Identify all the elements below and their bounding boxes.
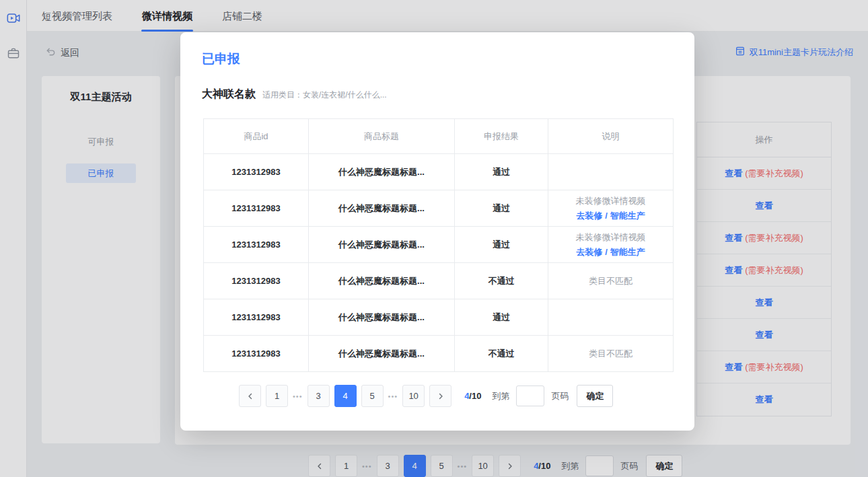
product-series-name: 大神联名款 xyxy=(202,87,256,102)
table-row: 1231312983 什么神恶魔标题标题... 通过 xyxy=(204,299,674,336)
confirm-button[interactable]: 确定 xyxy=(577,385,613,407)
declaration-table: 商品id 商品标题 申报结果 说明 1231312983 什么神恶魔标题标题..… xyxy=(203,118,674,372)
table-row: 1231312983 什么神恶魔标题标题... 通过 xyxy=(204,154,674,190)
table-row: 1231312983 什么神恶魔标题标题... 不通过 类目不匹配 xyxy=(204,336,674,372)
go-decorate-link[interactable]: 去装修 xyxy=(576,211,602,221)
modal-pagination: 1 ••• 3 4 5 ••• 10 4/10 到第 页码 确定 xyxy=(239,385,613,407)
note-cell xyxy=(548,299,674,336)
product-id: 1231312983 xyxy=(204,190,309,227)
page-button-4-active[interactable]: 4 xyxy=(334,385,357,407)
column-header-product-id: 商品id xyxy=(204,119,309,154)
note-text: 类目不匹配 xyxy=(548,275,673,287)
link-separator: / xyxy=(605,247,608,257)
note-cell: 未装修微详情视频 去装修/智能生产 xyxy=(548,190,674,227)
app-window: 短视频管理列表 微详情视频 店铺二楼 返回 双11mini主题卡片玩法介绍 双1… xyxy=(0,0,868,477)
page-button-10[interactable]: 10 xyxy=(402,385,425,407)
result-badge: 通过 xyxy=(455,154,548,190)
page-number-input[interactable] xyxy=(516,386,544,406)
column-header-product-title: 商品标题 xyxy=(309,119,455,154)
product-title: 什么神恶魔标题标题... xyxy=(309,227,455,263)
page-position: 4/10 xyxy=(464,391,481,401)
note-text: 未装修微详情视频 xyxy=(548,231,673,244)
product-title: 什么神恶魔标题标题... xyxy=(309,190,455,227)
table-row: 1231312983 什么神恶魔标题标题... 通过 未装修微详情视频 去装修/… xyxy=(204,190,674,227)
next-page-button[interactable] xyxy=(429,385,451,407)
note-links: 去装修/智能生产 xyxy=(548,246,673,258)
page-button-1[interactable]: 1 xyxy=(266,385,288,407)
pagination-ellipsis: ••• xyxy=(388,392,398,400)
result-badge: 不通过 xyxy=(455,336,548,372)
smart-produce-link[interactable]: 智能生产 xyxy=(610,247,645,257)
result-badge: 通过 xyxy=(455,299,548,336)
jump-to-label: 到第 xyxy=(492,390,509,402)
page-button-3[interactable]: 3 xyxy=(308,385,330,407)
note-cell xyxy=(548,154,674,190)
note-cell: 未装修微详情视频 去装修/智能生产 xyxy=(548,227,674,263)
product-title: 什么神恶魔标题标题... xyxy=(309,336,455,372)
product-title: 什么神恶魔标题标题... xyxy=(309,263,455,299)
page-unit-label: 页码 xyxy=(551,390,569,402)
pagination-ellipsis: ••• xyxy=(293,392,303,400)
product-id: 1231312983 xyxy=(204,154,309,190)
note-cell: 类目不匹配 xyxy=(548,263,674,299)
note-text: 未装修微详情视频 xyxy=(548,195,673,207)
smart-produce-link[interactable]: 智能生产 xyxy=(610,211,645,221)
modal-title: 已申报 xyxy=(202,50,240,68)
product-id: 1231312983 xyxy=(204,299,309,336)
note-links: 去装修/智能生产 xyxy=(548,210,673,222)
result-badge: 不通过 xyxy=(455,263,548,299)
note-cell: 类目不匹配 xyxy=(548,336,674,372)
link-separator: / xyxy=(605,211,608,221)
go-decorate-link[interactable]: 去装修 xyxy=(576,247,602,257)
result-badge: 通过 xyxy=(455,190,548,227)
table-header-row: 商品id 商品标题 申报结果 说明 xyxy=(204,119,674,154)
table-row: 1231312983 什么神恶魔标题标题... 通过 未装修微详情视频 去装修/… xyxy=(204,227,674,263)
result-badge: 通过 xyxy=(455,227,548,263)
product-id: 1231312983 xyxy=(204,336,309,372)
applicable-category-label: 适用类目：女装/连衣裙/什么什么... xyxy=(262,89,387,101)
declared-modal: 已申报 大神联名款 适用类目：女装/连衣裙/什么什么... 商品id 商品标题 … xyxy=(180,32,694,431)
product-id: 1231312983 xyxy=(204,263,309,299)
table-row: 1231312983 什么神恶魔标题标题... 不通过 类目不匹配 xyxy=(204,263,674,299)
prev-page-button[interactable] xyxy=(239,385,261,407)
product-id: 1231312983 xyxy=(204,227,309,263)
modal-subtitle-row: 大神联名款 适用类目：女装/连衣裙/什么什么... xyxy=(202,87,387,102)
product-title: 什么神恶魔标题标题... xyxy=(309,299,455,336)
note-text: 类目不匹配 xyxy=(548,348,673,360)
page-button-5[interactable]: 5 xyxy=(361,385,384,407)
product-title: 什么神恶魔标题标题... xyxy=(309,154,455,190)
column-header-note: 说明 xyxy=(548,119,674,154)
column-header-result: 申报结果 xyxy=(455,119,548,154)
